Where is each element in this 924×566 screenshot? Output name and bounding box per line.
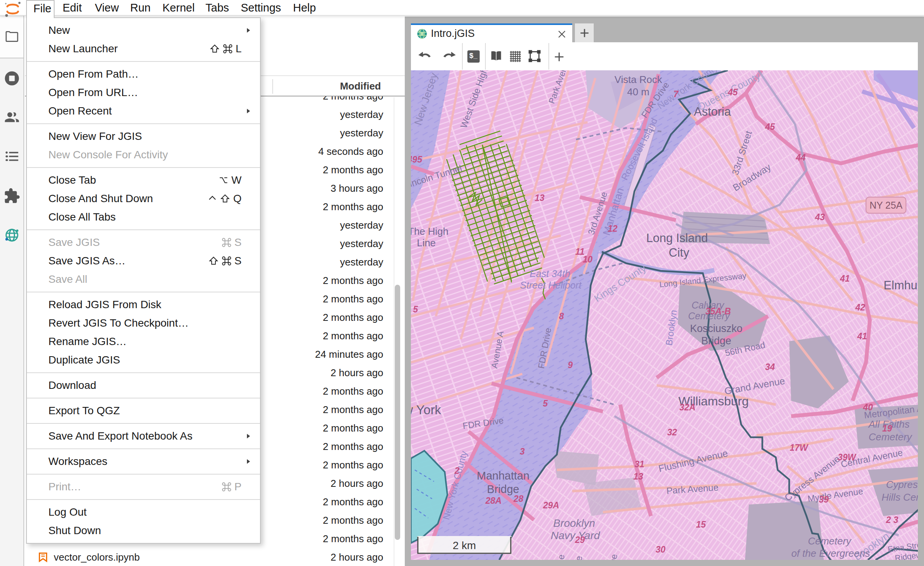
svg-text:2 km: 2 km [453, 539, 476, 551]
